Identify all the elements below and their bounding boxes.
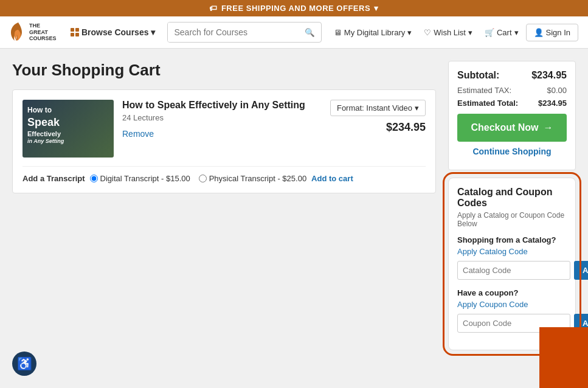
cart-section: Your Shopping Cart How to Speak Effectiv… [12,61,436,388]
physical-transcript-radio[interactable] [199,175,207,182]
checkout-button[interactable]: Checkout Now → [457,114,567,142]
checkout-arrow-icon: → [544,122,553,133]
promo-bar: 🏷 FREE SHIPPING AND MORE OFFERS ▾ [0,0,588,16]
heart-icon: ♡ [424,28,431,37]
item-top-row: How to Speak Effectively in Any Setting … [122,100,426,139]
order-summary: Subtotal: $234.95 Estimated TAX: $0.00 E… [448,61,576,170]
transcript-label: Add a Transcript [22,174,85,183]
grid-icon [71,28,79,36]
cart-chevron: ▾ [514,28,519,37]
header: THE GREAT COURSES Browse Courses ▾ 🔍 🖥 M… [0,16,588,49]
search-icon: 🔍 [305,28,315,37]
sign-in-button[interactable]: 👤 Sign In [526,24,578,41]
subtotal-label: Subtotal: [457,70,499,81]
thumbnail-text: How to Speak Effectively in Any Setting [27,106,64,145]
thumbnail-how: How to [27,106,64,116]
accessibility-button[interactable]: ♿ [12,352,36,376]
digital-library-button[interactable]: 🖥 My Digital Library ▾ [329,24,417,41]
continue-shopping-button[interactable]: Continue Shopping [457,147,567,156]
item-thumbnail: How to Speak Effectively in Any Setting [22,100,114,158]
cart-item-card: How to Speak Effectively in Any Setting … [12,89,436,193]
item-title: How to Speak Effectively in Any Setting [122,100,305,111]
tax-value: $0.00 [547,86,567,95]
promo-chevron-icon: ▾ [374,4,379,13]
promo-text: FREE SHIPPING AND MORE OFFERS [221,4,370,13]
physical-transcript-option: Physical Transcript - $25.00 [199,174,306,183]
logo-flame-icon [10,21,27,43]
add-transcript: Add a Transcript Digital Transcript - $1… [22,166,426,183]
add-to-cart-button[interactable]: Add to cart [311,174,353,183]
thumbnail-speak: Speak [27,116,64,130]
cart-button[interactable]: 🛒 Cart ▾ [480,24,524,41]
subtotal-value: $234.95 [531,70,567,81]
logo[interactable]: THE GREAT COURSES [10,21,58,43]
digital-library-label: My Digital Library [344,28,405,37]
sign-in-label: Sign In [546,28,570,37]
total-row: Estimated Total: $234.95 [457,99,567,108]
physical-transcript-label: Physical Transcript - $25.00 [209,174,306,183]
accessibility-icon: ♿ [17,356,32,371]
total-value: $234.95 [538,99,567,108]
item-lectures: 24 Lectures [122,113,305,122]
catalog-code-input[interactable] [457,261,570,280]
search-button[interactable]: 🔍 [299,23,321,42]
coupon-section: Catalog and Coupon Codes Apply a Catalog… [448,178,576,350]
monitor-icon: 🖥 [334,28,342,37]
search-input[interactable] [168,23,298,42]
browse-courses-button[interactable]: Browse Courses ▾ [66,24,160,41]
wish-list-label: Wish List [434,28,466,37]
user-icon: 👤 [534,28,544,37]
cart-item: How to Speak Effectively in Any Setting … [22,100,426,158]
apply-catalog-button[interactable]: Apply [574,261,588,280]
apply-catalog-code-button[interactable]: Apply Catalog Code [457,247,528,256]
tax-row: Estimated TAX: $0.00 [457,86,567,95]
format-label: Format: Instant Video [337,103,412,113]
checkout-label: Checkout Now [471,122,538,133]
format-chevron-icon: ▾ [415,103,419,113]
coupon-subtitle: Apply a Catalog or Coupon Code Below [457,211,567,228]
total-label: Estimated Total: [457,99,518,108]
subtotal-row: Subtotal: $234.95 [457,70,567,81]
wish-list-button[interactable]: ♡ Wish List ▾ [419,24,477,41]
digital-transcript-option: Digital Transcript - $15.00 [90,174,190,183]
main-content: Your Shopping Cart How to Speak Effectiv… [0,49,588,388]
thumbnail-setting: in Any Setting [27,138,64,145]
cart-icon: 🛒 [485,28,494,37]
catalog-label: Shopping from a Catalog? [457,235,567,244]
page-title: Your Shopping Cart [12,61,436,80]
digital-transcript-radio[interactable] [90,175,98,182]
item-price: $234.95 [386,121,426,134]
digital-library-chevron: ▾ [407,28,412,37]
item-details: How to Speak Effectively in Any Setting … [122,100,426,139]
thumbnail-effectively: Effectively [27,130,64,138]
catalog-input-row: Apply [457,261,567,280]
search-bar: 🔍 [167,22,321,43]
transcript-radio-group: Digital Transcript - $15.00 Physical Tra… [90,174,307,183]
logo-text: THE GREAT COURSES [29,23,57,42]
nav-links: 🖥 My Digital Library ▾ ♡ Wish List ▾ 🛒 C… [329,24,578,41]
browse-chevron-icon: ▾ [151,27,155,37]
coupon-title: Catalog and Coupon Codes [457,187,567,209]
digital-transcript-label: Digital Transcript - $15.00 [100,174,190,183]
cart-label: Cart [497,28,512,37]
corner-accent [539,327,588,388]
coupon-label: Have a coupon? [457,288,567,297]
browse-courses-label: Browse Courses [81,27,148,37]
promo-tag-icon: 🏷 [209,4,218,13]
remove-button[interactable]: Remove [122,129,154,139]
tax-label: Estimated TAX: [457,86,511,95]
apply-coupon-code-button[interactable]: Apply Coupon Code [457,300,528,309]
wish-list-chevron: ▾ [468,28,472,37]
format-button[interactable]: Format: Instant Video ▾ [330,100,426,116]
